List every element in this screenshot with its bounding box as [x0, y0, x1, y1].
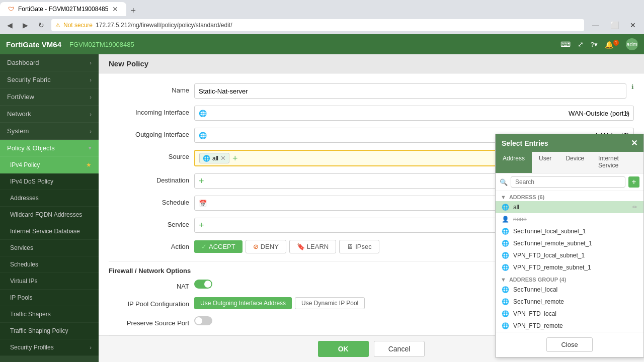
reload-button[interactable]: ↻ — [35, 20, 47, 30]
sidebar-item-label: FortiView — [7, 93, 34, 101]
address-group-header: ▼ ADDRESS GROUP (4) — [496, 274, 643, 284]
close-window-button[interactable]: ✕ — [626, 20, 640, 30]
address-text: 172.27.5.212/ng/firewall/policy/policy/s… — [96, 22, 232, 29]
sidebar-item-fortiview[interactable]: FortiView › — [0, 88, 99, 106]
sidebar-item-internet-service[interactable]: Internet Service Database — [0, 223, 99, 240]
sidebar-item-ipv4-policy[interactable]: IPv4 Policy ★ — [0, 157, 99, 173]
group-label: ADDRESS (6) — [509, 194, 544, 200]
sidebar-item-network[interactable]: Network › — [0, 106, 99, 123]
sidebar-item-services[interactable]: Services — [0, 240, 99, 256]
minimize-button[interactable]: — — [588, 20, 603, 30]
service-add-button[interactable]: + — [199, 221, 204, 230]
chevron-right-icon: › — [90, 344, 92, 350]
maximize-button[interactable]: ⬜ — [606, 20, 623, 30]
list-item[interactable]: 👤 none — [496, 213, 643, 225]
bell-icon[interactable]: 🔔1 — [605, 40, 619, 49]
help-icon[interactable]: ?▾ — [591, 41, 598, 48]
toggle-knob — [195, 317, 202, 324]
user-avatar[interactable]: adm — [626, 38, 638, 50]
sidebar-item-schedules[interactable]: Schedules — [0, 256, 99, 273]
sidebar-item-label: Internet Service Database — [10, 228, 80, 235]
name-input[interactable] — [194, 83, 626, 99]
chevron-right-icon: › — [90, 128, 92, 134]
learn-button[interactable]: 🔖 LEARN — [289, 240, 336, 253]
header-right: ⌨ ⤢ ?▾ 🔔1 adm — [560, 38, 638, 50]
sidebar-item-security-fabric[interactable]: Security Fabric › — [0, 71, 99, 88]
ipsec-button[interactable]: 🖥 IPsec — [339, 240, 379, 253]
tab-device[interactable]: Device — [558, 152, 591, 173]
incoming-interface-select[interactable]: 🌐 WAN-Outside (port1) ▼ — [194, 106, 634, 121]
preserve-src-toggle[interactable] — [194, 316, 212, 325]
security-warning-text: Not secure — [63, 22, 93, 29]
sidebar-item-wildcard-fqdn[interactable]: Wildcard FQDN Addresses — [0, 207, 99, 223]
panel-close-button[interactable]: ✕ — [631, 138, 637, 148]
sidebar-item-virtual-ips[interactable]: Virtual IPs — [0, 273, 99, 290]
entry-label: SecTunnel_remote — [513, 298, 564, 305]
sidebar-item-ip-pools[interactable]: IP Pools — [0, 290, 99, 306]
group-collapse-icon[interactable]: ▼ — [501, 277, 506, 283]
terminal-icon[interactable]: ⌨ — [560, 40, 571, 48]
list-item[interactable]: 🌐 SecTunnel_remote — [496, 296, 643, 308]
list-item[interactable]: 🌐 VPN_FTD_remote_subnet_1 — [496, 261, 643, 274]
sidebar-item-label: Security Fabric — [7, 76, 51, 83]
address-bar[interactable]: ⚠ Not secure 172.27.5.212/ng/firewall/po… — [51, 19, 584, 31]
ok-button[interactable]: OK — [318, 341, 369, 357]
tag-remove-button[interactable]: ✕ — [220, 154, 226, 162]
use-dynamic-ip-pool-button[interactable]: Use Dynamic IP Pool — [295, 297, 365, 309]
edit-icon[interactable]: ✏ — [632, 204, 637, 211]
panel-close-btn[interactable]: Close — [546, 337, 592, 352]
sidebar-item-dashboard[interactable]: Dashboard › — [0, 54, 99, 71]
tab-internet-service[interactable]: Internet Service — [591, 152, 643, 173]
list-item[interactable]: 🌐 SecTunnel_local — [496, 284, 643, 296]
nat-toggle[interactable] — [194, 280, 212, 289]
new-tab-button[interactable]: + — [126, 6, 140, 16]
browser-tab[interactable]: 🛡 FortiGate - FGVM02TM19008485 ✕ — [0, 2, 126, 16]
entry-label: none — [513, 216, 527, 223]
entry-icon: 🌐 — [502, 286, 509, 293]
panel-search-bar: 🔍 + — [496, 173, 643, 191]
sidebar-item-vpn[interactable]: VPN › — [0, 356, 99, 362]
accept-button[interactable]: ✓ ACCEPT — [194, 240, 243, 253]
page-title: New Policy — [109, 59, 148, 68]
sidebar-item-system[interactable]: System › — [0, 123, 99, 140]
deny-button[interactable]: ⊘ DENY — [246, 240, 286, 253]
learn-label: LEARN — [307, 243, 329, 250]
tab-user[interactable]: User — [532, 152, 558, 173]
entry-label: VPN_FTD_remote — [513, 322, 563, 329]
list-item[interactable]: 🌐 SecTunnel_local_subnet_1 — [496, 225, 643, 237]
tab-address[interactable]: Address — [496, 152, 532, 173]
list-item[interactable]: 🌐 all ✏ — [496, 201, 643, 213]
interface-icon: 🌐 — [199, 110, 207, 117]
expand-icon[interactable]: ⤢ — [578, 40, 584, 48]
panel-add-button[interactable]: + — [628, 176, 639, 188]
security-warning-icon: ⚠ — [55, 22, 60, 29]
group-collapse-icon[interactable]: ▼ — [501, 194, 506, 200]
tag-label: all — [212, 155, 218, 162]
sidebar-item-ipv4-dos-policy[interactable]: IPv4 DoS Policy — [0, 173, 99, 190]
source-add-button[interactable]: + — [232, 154, 238, 163]
back-button[interactable]: ◀ — [4, 20, 16, 30]
list-item[interactable]: 🌐 SecTunnel_remote_subnet_1 — [496, 237, 643, 249]
sidebar-item-label: IP Pools — [10, 294, 32, 301]
sidebar-item-traffic-shapers[interactable]: Traffic Shapers — [0, 306, 99, 323]
sidebar-item-policy-objects[interactable]: Policy & Objects ▾ — [0, 140, 99, 157]
name-label: Name — [109, 83, 189, 94]
source-tag-all[interactable]: 🌐 all ✕ — [199, 153, 229, 163]
sidebar-item-addresses[interactable]: Addresses — [0, 190, 99, 207]
page-title-bar: New Policy — [99, 54, 644, 73]
entry-label: SecTunnel_remote_subnet_1 — [513, 240, 592, 247]
sidebar-item-traffic-shaping-policy[interactable]: Traffic Shaping Policy — [0, 323, 99, 339]
sidebar-item-security-profiles[interactable]: Security Profiles › — [0, 339, 99, 356]
forward-button[interactable]: ▶ — [20, 20, 31, 30]
entry-label: SecTunnel_local — [513, 286, 557, 293]
list-item[interactable]: 🌐 VPN_FTD_local — [496, 308, 643, 320]
list-item[interactable]: 🌐 VPN_FTD_remote — [496, 320, 643, 332]
list-item[interactable]: 🌐 VPN_FTD_local_subnet_1 — [496, 249, 643, 261]
panel-search-input[interactable] — [511, 176, 625, 188]
cancel-button[interactable]: Cancel — [374, 341, 425, 357]
tab-close-button[interactable]: ✕ — [112, 5, 118, 13]
incoming-interface-label: Incoming Interface — [109, 106, 189, 116]
sidebar-item-label: Dashboard — [7, 59, 39, 66]
destination-add-button[interactable]: + — [199, 176, 204, 186]
use-outgoing-interface-button[interactable]: Use Outgoing Interface Address — [194, 297, 292, 309]
